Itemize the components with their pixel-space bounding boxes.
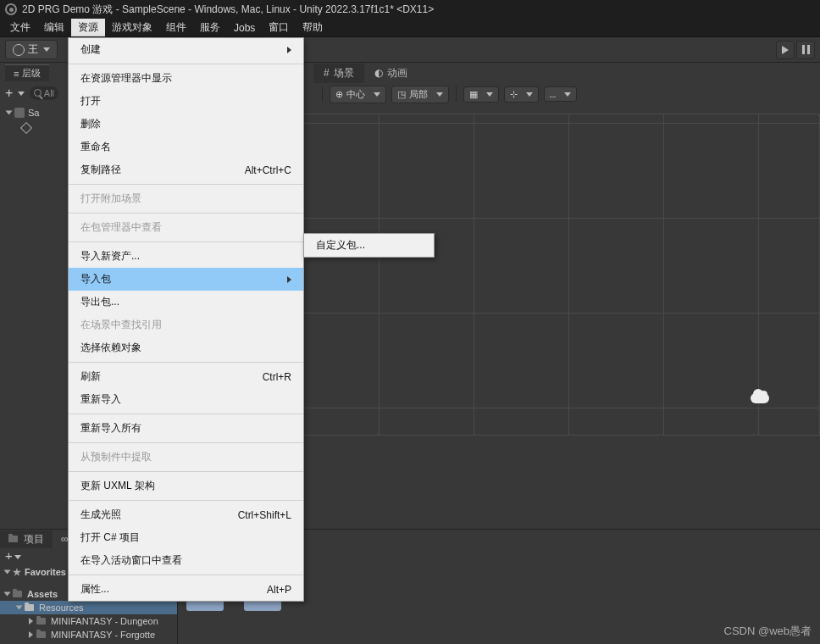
resources-row[interactable]: Resources (0, 601, 177, 614)
window-title: 2D PRG Demo 游戏 - SampleScene - Windows, … (22, 3, 434, 17)
snap-increment-button[interactable]: ⊹ (504, 86, 539, 103)
increment-icon: ⊹ (510, 89, 518, 100)
expand-icon[interactable] (16, 606, 23, 610)
menu-item: 打开附加场景 (69, 187, 303, 210)
expand-icon[interactable] (4, 592, 11, 597)
chevron-down-icon (18, 92, 25, 96)
play-icon (782, 46, 789, 54)
chevron-down-icon (43, 47, 50, 52)
hierarchy-search[interactable]: All (30, 86, 58, 100)
menu-item[interactable]: 删除 (69, 113, 303, 136)
menu-bar: 文件 编辑 资源 游戏对象 组件 服务 Jobs 窗口 帮助 (0, 19, 820, 37)
expand-icon[interactable] (4, 570, 11, 575)
account-dropdown[interactable]: 王 (5, 40, 58, 59)
hierarchy-tab[interactable]: ≡ 层级 (5, 64, 49, 81)
search-icon (34, 89, 42, 97)
chevron-right-icon (287, 276, 291, 283)
menu-item[interactable]: 更新 UXML 架构 (69, 475, 303, 497)
folder-icon (36, 631, 46, 638)
chevron-down-icon (564, 92, 571, 97)
folder-icon (13, 591, 22, 597)
menu-item[interactable]: 在资源管理器中显示 (69, 67, 303, 90)
window-titlebar: 2D PRG Demo 游戏 - SampleScene - Windows, … (0, 0, 820, 19)
grid-icon: ▦ (469, 89, 478, 100)
folder-icon (25, 604, 34, 611)
chevron-down-icon (486, 92, 493, 97)
watermark: CSDN @web愚者 (724, 624, 812, 639)
menu-item[interactable]: 刷新Ctrl+R (69, 365, 303, 388)
pivot-mode-button[interactable]: ⊕中心 (330, 86, 386, 103)
menu-window[interactable]: 窗口 (262, 19, 296, 36)
expand-icon[interactable] (29, 618, 33, 625)
star-icon (13, 567, 21, 578)
animation-tab-icon: ◐ (374, 67, 383, 79)
chevron-down-icon (526, 92, 533, 97)
chevron-right-icon (287, 47, 291, 53)
expand-icon[interactable] (29, 631, 33, 638)
menu-item[interactable]: 重命名 (69, 136, 303, 158)
folder-icon (36, 618, 46, 625)
snap-button[interactable]: ⎵ (544, 86, 577, 102)
avatar-icon (13, 44, 25, 56)
pause-button[interactable] (796, 41, 815, 59)
menu-item[interactable]: 打开 (69, 90, 303, 113)
folder-row[interactable]: MINIFANTASY - Dungeon (0, 614, 177, 628)
menu-item[interactable]: 重新导入 (69, 388, 303, 411)
menu-item[interactable]: 重新导入所有 (69, 417, 303, 440)
assets-context-menu: 创建在资源管理器中显示打开删除重命名复制路径Alt+Ctrl+C打开附加场景在包… (68, 37, 304, 602)
cloud-icon (751, 393, 769, 403)
menu-gameobject[interactable]: 游戏对象 (105, 19, 159, 36)
menu-edit[interactable]: 编辑 (37, 19, 71, 36)
menu-assets[interactable]: 资源 (71, 19, 105, 36)
scene-icon (14, 108, 25, 118)
folder-row[interactable]: MINIFANTASY - Forgotte (0, 628, 177, 641)
menu-item[interactable]: 属性...Alt+P (69, 578, 303, 601)
chevron-down-icon (436, 92, 443, 97)
expand-icon[interactable] (6, 111, 13, 115)
menu-item[interactable]: 在导入活动窗口中查看 (69, 549, 303, 572)
pause-icon (802, 45, 810, 54)
menu-item[interactable]: 打开 C# 项目 (69, 526, 303, 549)
menu-file[interactable]: 文件 (3, 19, 37, 36)
menu-item[interactable]: 导入新资产... (69, 245, 303, 268)
hierarchy-icon: ≡ (14, 69, 19, 79)
menu-jobs[interactable]: Jobs (227, 19, 262, 36)
menu-services[interactable]: 服务 (193, 19, 227, 36)
menu-item[interactable]: 选择依赖对象 (69, 336, 303, 359)
scene-tab-icon: # (324, 67, 330, 79)
pivot-rotation-button[interactable]: ◳局部 (391, 86, 449, 103)
snap-icon: ⎵ (550, 89, 556, 99)
menu-component[interactable]: 组件 (159, 19, 193, 36)
play-controls (776, 41, 815, 59)
menu-item[interactable]: 复制路径Alt+Ctrl+C (69, 158, 303, 181)
pivot-icon: ⊕ (335, 89, 343, 100)
submenu-item-custom-package[interactable]: 自定义包... (304, 234, 434, 257)
folder-icon (8, 536, 18, 542)
menu-item[interactable]: 导出包... (69, 291, 303, 314)
menu-item[interactable]: 生成光照Ctrl+Shift+L (69, 503, 303, 526)
menu-item[interactable]: 创建 (69, 38, 303, 61)
tab-animation[interactable]: ◐动画 (364, 64, 418, 83)
menu-item: 在包管理器中查看 (69, 216, 303, 239)
chevron-down-icon (374, 92, 380, 97)
play-button[interactable] (776, 41, 795, 59)
menu-item[interactable]: 导入包 (69, 268, 303, 291)
gameobject-icon (20, 122, 32, 134)
grid-snap-button[interactable]: ▦ (463, 86, 499, 103)
add-button[interactable]: + (5, 86, 25, 101)
tab-scene[interactable]: #场景 (313, 64, 364, 83)
unity-logo-icon (5, 3, 17, 15)
chevron-down-icon (14, 555, 21, 559)
menu-help[interactable]: 帮助 (296, 19, 330, 36)
local-icon: ◳ (397, 89, 406, 100)
menu-item: 在场景中查找引用 (69, 314, 303, 336)
tab-project[interactable]: 项目 (0, 530, 53, 548)
import-package-submenu: 自定义包... (303, 233, 435, 258)
account-name: 王 (28, 42, 38, 57)
menu-item: 从预制件中提取 (69, 446, 303, 469)
